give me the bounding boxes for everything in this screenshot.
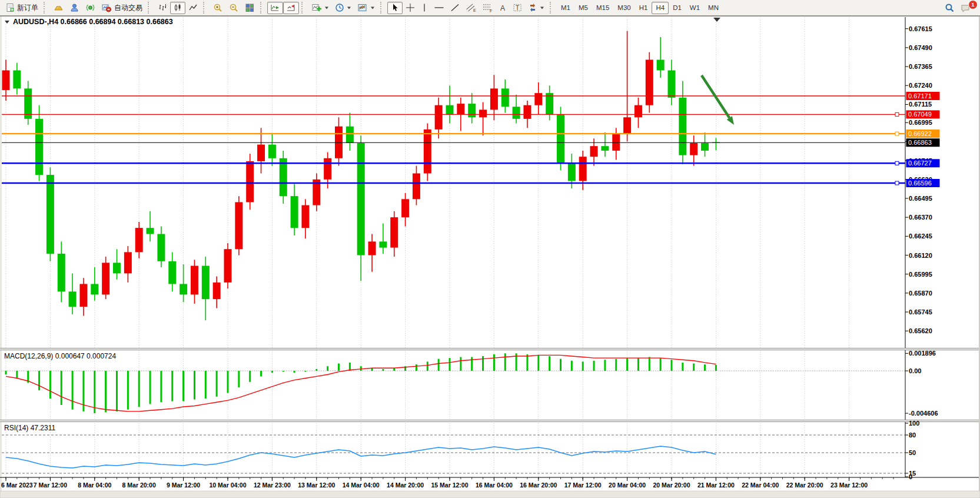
candle-body (646, 59, 653, 105)
price-tick-label: 0.66245 (909, 233, 932, 240)
timeframe-m30-button[interactable]: M30 (613, 2, 634, 14)
timeframe-mn-button[interactable]: MN (704, 2, 723, 14)
timeframe-m15-button[interactable]: M15 (592, 2, 613, 14)
candle-body (46, 175, 54, 254)
timeframe-h1-button[interactable]: H1 (635, 2, 652, 14)
price-label-text: 0.66596 (908, 180, 932, 187)
tile-windows-button[interactable] (242, 2, 258, 14)
auto-scroll-button[interactable] (267, 2, 283, 14)
zoom-in-icon (213, 3, 223, 12)
line-handle[interactable] (895, 112, 899, 116)
time-axis-label: 20 Mar 20:00 (653, 482, 690, 489)
period-button[interactable] (332, 2, 354, 14)
macd-bar (327, 366, 328, 371)
candle-body (79, 284, 87, 307)
template-icon (357, 3, 368, 12)
horizontal-line-tool-button[interactable] (431, 2, 447, 14)
text-label-tool-button[interactable]: T (510, 2, 525, 14)
candle-body (435, 105, 443, 130)
chevron-down-icon (347, 5, 351, 10)
arrows-tool-button[interactable] (525, 2, 547, 14)
time-axis-label: 8 Mar 04:00 (78, 482, 111, 489)
candle-body (679, 98, 686, 155)
text-icon: A (499, 3, 507, 12)
timeframe-h4-button[interactable]: H4 (652, 2, 669, 14)
chevron-down-icon (370, 5, 375, 10)
new-order-icon (5, 3, 15, 12)
line-chart-button[interactable] (185, 2, 201, 14)
arrows-icon (528, 3, 537, 12)
macd-bar (416, 364, 417, 371)
add-indicator-button[interactable] (308, 2, 332, 14)
candle-body (246, 161, 254, 202)
time-axis-label: 9 Mar 12:00 (167, 482, 200, 489)
macd-bar (604, 360, 606, 371)
timeframe-label: W1 (690, 4, 700, 11)
svg-text:A: A (500, 4, 505, 12)
chart-canvas[interactable]: 0.676150.674900.673650.672400.671150.669… (0, 0, 980, 498)
line-handle[interactable] (895, 132, 899, 135)
text-tool-button[interactable]: A (496, 2, 510, 14)
timeframe-w1-button[interactable]: W1 (686, 2, 704, 14)
time-axis-label: 13 Mar 12:00 (298, 482, 335, 489)
zoom-in-button[interactable] (210, 2, 226, 14)
candle-body (324, 158, 331, 180)
macd-axis-label: 0.001896 (909, 350, 936, 357)
chart-shift-button[interactable] (283, 2, 299, 14)
macd-bar (549, 356, 550, 371)
candle-body (490, 88, 498, 109)
navigator-button[interactable] (67, 2, 82, 14)
candle-body (479, 109, 487, 117)
channel-tool-button[interactable]: E (463, 2, 479, 14)
text-label-icon: T (513, 3, 522, 12)
candle-body (180, 284, 187, 294)
chevron-down-icon (540, 5, 544, 10)
zoom-out-button[interactable] (226, 2, 242, 14)
macd-bar (150, 371, 151, 404)
price-tick-label: 0.65620 (909, 327, 932, 334)
autotrading-button[interactable]: 自动交易 (98, 2, 145, 14)
signal-button[interactable] (82, 2, 98, 14)
macd-bar (526, 354, 528, 371)
rsi-axis-label: 0 (909, 473, 912, 480)
candle-body (346, 127, 354, 143)
price-tick-label: 0.65995 (909, 271, 932, 278)
rsi-axis-label: 100 (909, 420, 919, 427)
cursor-tool-button[interactable] (387, 2, 403, 14)
time-axis-label: 16 Mar 20:00 (520, 482, 557, 489)
toolbar-separator (301, 2, 306, 14)
vertical-line-tool-button[interactable] (418, 2, 431, 14)
new-order-button[interactable]: 新订单 (2, 2, 41, 14)
notifications-button[interactable]: 1 (958, 2, 974, 14)
timeframe-m1-button[interactable]: M1 (557, 2, 574, 14)
candle-body (213, 283, 221, 299)
price-tick-label: 0.66495 (909, 195, 932, 202)
timeframe-m5-button[interactable]: M5 (574, 2, 592, 14)
candlestick-chart-icon (173, 3, 182, 12)
bar-chart-icon (158, 3, 167, 12)
gold-tool-button[interactable] (51, 2, 67, 14)
timeframe-d1-button[interactable]: D1 (669, 2, 686, 14)
macd-bar (105, 371, 107, 412)
candle-body (590, 146, 598, 157)
candle-body (135, 228, 143, 252)
candle-body (390, 217, 398, 247)
macd-bar (671, 360, 673, 371)
fibonacci-tool-button[interactable]: F (479, 2, 496, 14)
trendline-tool-button[interactable] (447, 2, 463, 14)
chart-background (0, 16, 980, 498)
macd-bar (315, 369, 317, 371)
line-handle[interactable] (895, 161, 899, 165)
line-handle[interactable] (895, 181, 899, 185)
rsi-header: RSI(14) 47.2311 (4, 424, 55, 432)
template-button[interactable] (354, 2, 378, 14)
search-button[interactable] (942, 2, 958, 14)
crosshair-tool-button[interactable] (403, 2, 418, 14)
candlestick-chart-button[interactable] (170, 2, 185, 14)
macd-bar (449, 358, 451, 371)
time-axis-label: 12 Mar 23:00 (254, 482, 291, 489)
timeframe-label: MN (708, 4, 719, 11)
toolbar-separator (44, 2, 48, 14)
bar-chart-button[interactable] (155, 2, 170, 14)
new-order-label: 新订单 (17, 3, 38, 13)
